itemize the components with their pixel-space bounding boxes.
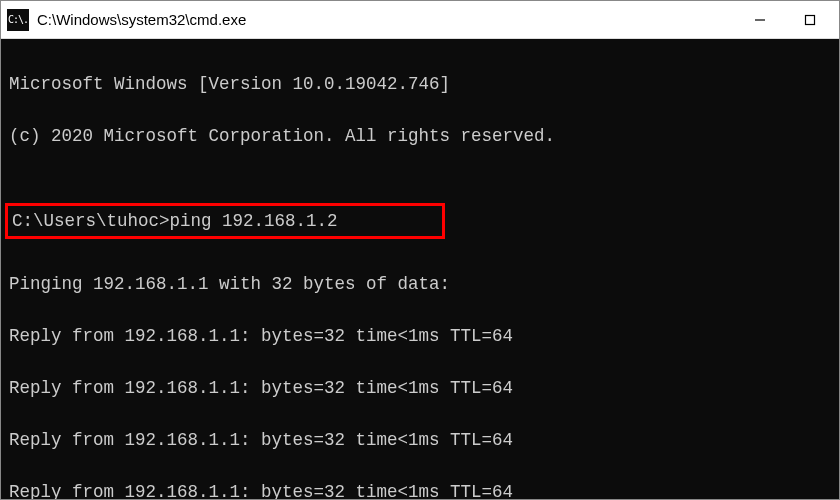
cmd-icon-text: C:\. (8, 14, 28, 25)
svg-rect-1 (806, 15, 815, 24)
reply-line: Reply from 192.168.1.1: bytes=32 time<1m… (9, 375, 831, 401)
cmd-window: C:\. C:\Windows\system32\cmd.exe Microso… (0, 0, 840, 500)
window-controls (735, 1, 835, 38)
terminal-output[interactable]: Microsoft Windows [Version 10.0.19042.74… (1, 39, 839, 499)
reply-line: Reply from 192.168.1.1: bytes=32 time<1m… (9, 479, 831, 499)
command-highlight: C:\Users\tuhoc>ping 192.168.1.2 (5, 203, 445, 239)
command-input: ping 192.168.1.2 (170, 211, 338, 231)
window-title: C:\Windows\system32\cmd.exe (37, 11, 735, 28)
version-line: Microsoft Windows [Version 10.0.19042.74… (9, 71, 831, 97)
copyright-line: (c) 2020 Microsoft Corporation. All righ… (9, 123, 831, 149)
prompt: C:\Users\tuhoc> (12, 211, 170, 231)
titlebar[interactable]: C:\. C:\Windows\system32\cmd.exe (1, 1, 839, 39)
reply-line: Reply from 192.168.1.1: bytes=32 time<1m… (9, 323, 831, 349)
reply-line: Reply from 192.168.1.1: bytes=32 time<1m… (9, 427, 831, 453)
ping-header: Pinging 192.168.1.1 with 32 bytes of dat… (9, 271, 831, 297)
minimize-button[interactable] (735, 1, 785, 38)
cmd-icon: C:\. (7, 9, 29, 31)
maximize-button[interactable] (785, 1, 835, 38)
